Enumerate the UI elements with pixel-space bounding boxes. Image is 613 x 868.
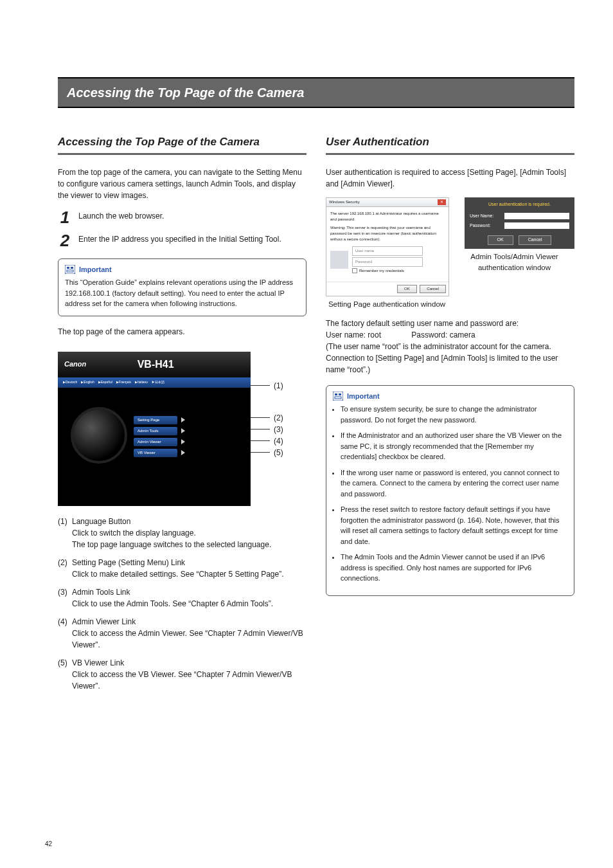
step-number: 1	[58, 209, 72, 226]
callout-2: (2)	[270, 412, 283, 424]
right-intro: User authentication is required to acces…	[326, 167, 574, 190]
def-title: Admin Tools Link	[72, 588, 130, 597]
dialog-title: Windows Security	[329, 199, 360, 205]
important-label: Important	[79, 264, 112, 275]
language-bar: ▶Deutsch ▶English ▶Español ▶Français ▶It…	[58, 377, 251, 388]
bullet-5: The Admin Tools and the Admin Viewer can…	[341, 552, 567, 584]
important-label: Important	[347, 391, 380, 402]
callout-stack: (1) (2) (3) (4) (5)	[251, 352, 283, 458]
def-body: Click to switch the display language. Th…	[72, 527, 306, 550]
password-label: Password:	[470, 222, 501, 230]
lang-it[interactable]: ▶Italiano	[135, 380, 148, 385]
avatar-icon	[330, 251, 348, 269]
left-column: Accessing the Top Page of the Camera Fro…	[58, 134, 306, 698]
right-column: User Authentication User authentication …	[326, 134, 574, 698]
camera-top-page-mock: Canon VB-H41 ▶Deutsch ▶English ▶Español …	[58, 352, 251, 506]
important-box-left: Important This “Operation Guide” explain…	[58, 258, 306, 316]
step-1: 1 Launch the web browser.	[58, 209, 306, 226]
dialog-header: User authentication is required.	[470, 201, 569, 208]
password-input[interactable]	[504, 222, 569, 229]
def-body: Click to use the Admin Tools. See “Chapt…	[72, 598, 306, 610]
caption-admin-auth: Admin Tools/Admin Viewer authentication …	[465, 251, 564, 274]
lang-jp[interactable]: ▶日本語	[152, 380, 164, 385]
svg-rect-1	[67, 267, 69, 269]
def-title: Language Button	[72, 517, 130, 526]
important-box-right: Important To ensure system security, be …	[326, 385, 574, 596]
def-body: Click to access the Admin Viewer. See “C…	[72, 628, 306, 651]
creds-line1: The factory default setting user name an…	[326, 318, 574, 329]
triangle-icon	[181, 450, 185, 455]
svg-rect-4	[333, 392, 343, 401]
ok-button[interactable]: OK	[488, 235, 513, 245]
def-body: Click to make detailed settings. See “Ch…	[72, 568, 306, 580]
definitions: (1)Language Button Click to switch the d…	[58, 516, 306, 692]
password-input[interactable]: Password	[352, 257, 423, 267]
remember-checkbox[interactable]: Remember my credentials	[352, 268, 423, 274]
svg-rect-6	[339, 393, 341, 395]
ok-button[interactable]: OK	[397, 285, 417, 293]
callout-4: (4)	[270, 435, 283, 447]
def-num: (5)	[58, 657, 72, 669]
left-intro: From the top page of the camera, you can…	[58, 167, 306, 201]
def-num: (3)	[58, 586, 72, 598]
lang-en[interactable]: ▶English	[81, 380, 94, 385]
callout-5: (5)	[270, 447, 283, 458]
step-text: Launch the web browser.	[78, 209, 306, 226]
bullet-1: To ensure system security, be sure to ch…	[341, 404, 567, 425]
svg-rect-3	[67, 270, 73, 272]
triangle-icon	[181, 439, 185, 444]
creds-line3: (The user name “root” is the administrat…	[326, 341, 574, 375]
def-num: (2)	[58, 557, 72, 568]
def-title: VB Viewer Link	[72, 658, 124, 667]
left-heading: Accessing the Top Page of the Camera	[58, 134, 306, 155]
link-admin-viewer[interactable]: Admin Viewer	[134, 438, 177, 446]
dialog-line2: Warning: This server is requesting that …	[330, 225, 445, 242]
username-input[interactable]: User name	[352, 246, 423, 256]
step-number: 2	[58, 232, 72, 249]
caption-setting-page-auth: Setting Page authentication window	[326, 299, 448, 310]
bullet-2: If the Administrator and an authorized u…	[341, 430, 567, 462]
def-num: (1)	[58, 516, 72, 527]
page-title-banner: Accessing the Top Page of the Camera	[58, 77, 574, 108]
important-icon	[65, 265, 75, 274]
svg-rect-7	[335, 397, 341, 399]
bullet-4: Press the reset switch to restore factor…	[341, 504, 567, 547]
cancel-button[interactable]: Cancel	[420, 285, 446, 293]
username-label: User Name:	[470, 213, 501, 220]
link-vb-viewer[interactable]: VB Viewer	[134, 449, 177, 457]
camera-logo: Canon	[64, 359, 86, 370]
link-admin-tools[interactable]: Admin Tools	[134, 427, 177, 435]
triangle-icon	[181, 428, 185, 433]
windows-security-dialog: Windows Security ✕ The server 192.168.10…	[326, 197, 449, 296]
creds-pass: Password: camera	[411, 330, 475, 339]
camera-model: VB-H41	[138, 357, 174, 372]
lang-fr[interactable]: ▶Français	[116, 380, 131, 385]
camera-lens-icon	[71, 407, 127, 464]
banner-text: Accessing the Top Page of the Camera	[67, 86, 304, 100]
def-title: Setting Page (Setting Menu) Link	[72, 558, 185, 567]
important-text: This “Operation Guide” explains relevant…	[65, 277, 299, 309]
dialog-line1: The server 192.168.100.1 at Administrato…	[330, 211, 445, 222]
callout-3: (3)	[270, 424, 283, 435]
auth-screenshots-row: Windows Security ✕ The server 192.168.10…	[326, 197, 574, 310]
appears-text: The top page of the camera appears.	[58, 326, 306, 338]
important-icon	[333, 392, 343, 401]
link-setting-page[interactable]: Setting Page	[134, 416, 177, 424]
svg-rect-0	[65, 265, 75, 274]
def-body: Click to access the VB Viewer. See “Chap…	[72, 669, 306, 692]
cancel-button[interactable]: Cancel	[519, 235, 552, 245]
close-icon[interactable]: ✕	[438, 199, 446, 205]
right-heading: User Authentication	[326, 134, 574, 155]
username-input[interactable]	[504, 213, 569, 219]
creds-user: User name: root	[326, 329, 409, 341]
lang-de[interactable]: ▶Deutsch	[63, 380, 77, 385]
callout-1: (1)	[270, 380, 283, 392]
bullet-3: If the wrong user name or password is en…	[341, 467, 567, 500]
step-2: 2 Enter the IP address you specified in …	[58, 232, 306, 249]
lang-es[interactable]: ▶Español	[98, 380, 112, 385]
step-text: Enter the IP address you specified in th…	[78, 232, 306, 249]
def-title: Admin Viewer Link	[72, 617, 136, 626]
svg-rect-2	[71, 267, 73, 269]
def-num: (4)	[58, 616, 72, 628]
admin-auth-dialog: User authentication is required. User Na…	[465, 197, 574, 249]
